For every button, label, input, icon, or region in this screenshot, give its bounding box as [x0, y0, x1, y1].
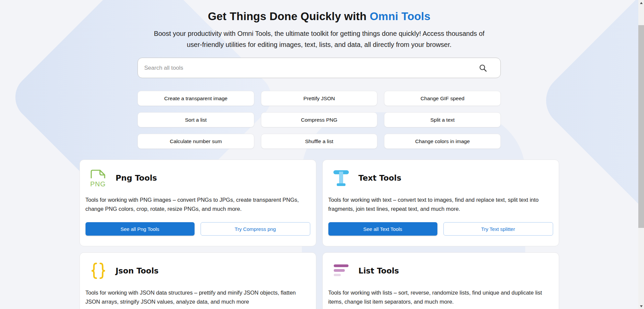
- card-actions: See all Png Tools Try Compress png: [86, 222, 310, 236]
- suggestion-shuffle-a-list[interactable]: Shuffle a list: [261, 134, 378, 149]
- card-description: Tools for working with text – convert te…: [328, 195, 553, 213]
- suggestion-calculate-number-sum[interactable]: Calculate number sum: [138, 134, 254, 149]
- text-tools-card: Text Tools Tools for working with text –…: [322, 160, 559, 246]
- main-content: Get Things Done Quickly with Omni Tools …: [0, 0, 638, 309]
- page-subtitle: Boost your productivity with Omni Tools,…: [148, 28, 490, 50]
- card-description: Tools for working with lists – sort, rev…: [328, 288, 553, 306]
- card-description: Tools for working with JSON data structu…: [86, 288, 310, 306]
- png-tools-card: PNG Png Tools Tools for working with PNG…: [79, 160, 316, 246]
- suggestion-change-gif-speed[interactable]: Change GIF speed: [384, 91, 501, 106]
- card-header: Text Tools: [328, 169, 553, 187]
- search-input[interactable]: [138, 58, 501, 78]
- scroll-up-icon[interactable]: [638, 0, 644, 6]
- search-bar: [138, 58, 501, 78]
- brand-name: Omni Tools: [370, 10, 430, 22]
- json-tools-card: Json Tools Tools for working with JSON d…: [79, 252, 316, 309]
- suggestion-prettify-json[interactable]: Prettify JSON: [261, 91, 378, 106]
- card-title: Json Tools: [116, 266, 159, 275]
- scrollbar: [638, 0, 644, 309]
- curly-braces-icon: [89, 261, 108, 280]
- card-actions: See all Text Tools Try Text splitter: [328, 222, 553, 236]
- see-all-png-tools-button[interactable]: See all Png Tools: [86, 222, 195, 236]
- suggestion-split-a-text[interactable]: Split a text: [384, 112, 501, 127]
- list-lines-icon: [332, 261, 351, 280]
- card-header: List Tools: [328, 261, 553, 280]
- page-title-prefix: Get Things Done Quickly with: [208, 10, 370, 22]
- suggestion-change-colors-in-image[interactable]: Change colors in image: [384, 134, 501, 149]
- letter-t-icon: [332, 169, 351, 187]
- try-text-splitter-button[interactable]: Try Text splitter: [443, 222, 553, 236]
- list-tools-card: List Tools Tools for working with lists …: [322, 252, 559, 309]
- card-header: PNG Png Tools: [86, 169, 310, 187]
- hero-section: Get Things Done Quickly with Omni Tools …: [0, 0, 638, 50]
- suggestion-create-transparent-image[interactable]: Create a transparent image: [138, 91, 254, 106]
- suggestion-grid: Create a transparent image Prettify JSON…: [138, 91, 501, 149]
- svg-text:PNG: PNG: [90, 180, 106, 187]
- scrollbar-thumb[interactable]: [638, 25, 644, 228]
- suggestion-compress-png[interactable]: Compress PNG: [261, 112, 378, 127]
- page-title: Get Things Done Quickly with Omni Tools: [0, 10, 638, 23]
- card-title: Png Tools: [116, 174, 157, 182]
- try-compress-png-button[interactable]: Try Compress png: [201, 222, 310, 236]
- search-icon[interactable]: [479, 64, 487, 72]
- scroll-down-icon[interactable]: [638, 303, 644, 309]
- card-description: Tools for working with PNG images – conv…: [86, 195, 310, 213]
- card-title: Text Tools: [359, 174, 401, 182]
- card-title: List Tools: [359, 266, 399, 275]
- see-all-text-tools-button[interactable]: See all Text Tools: [328, 222, 437, 236]
- card-header: Json Tools: [86, 261, 310, 280]
- png-file-icon: PNG: [89, 169, 108, 187]
- suggestion-sort-a-list[interactable]: Sort a list: [138, 112, 254, 127]
- tool-category-cards: PNG Png Tools Tools for working with PNG…: [79, 160, 559, 309]
